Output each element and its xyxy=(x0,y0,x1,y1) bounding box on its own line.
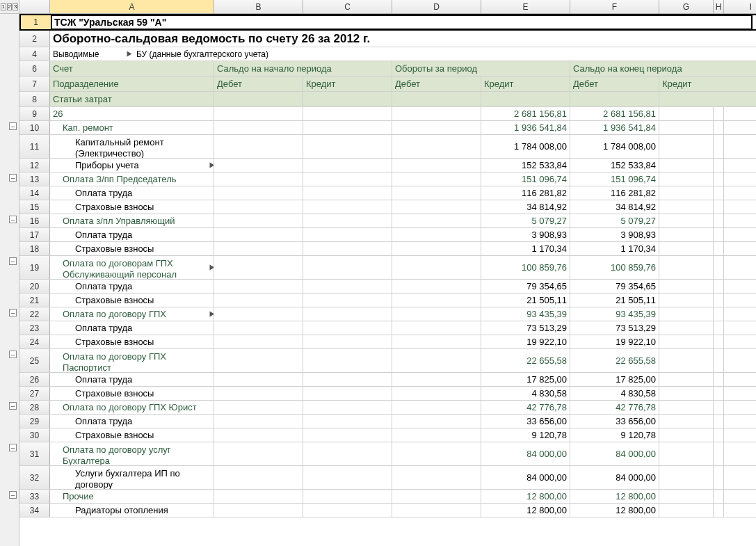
hdr-cell[interactable]: Дебет xyxy=(392,77,481,91)
cell-empty[interactable] xyxy=(392,428,481,442)
cell-empty[interactable] xyxy=(214,490,303,503)
row-header-25[interactable]: 25 xyxy=(19,349,50,372)
cell-debit[interactable]: 1 936 541,84 xyxy=(481,121,570,134)
cell-credit[interactable]: 2 681 156,81 xyxy=(570,107,659,120)
outline-level-1[interactable]: 1 xyxy=(1,3,6,10)
cell-empty[interactable] xyxy=(714,186,724,200)
hdr-cell[interactable]: Кредит xyxy=(481,77,570,91)
row-header-12[interactable]: 12 xyxy=(19,159,50,172)
cell-empty[interactable] xyxy=(659,159,714,172)
cell-empty[interactable] xyxy=(214,401,303,414)
cell-empty[interactable] xyxy=(714,415,724,428)
cell-empty[interactable] xyxy=(714,373,724,386)
cell-debit[interactable]: 22 655,58 xyxy=(481,349,570,372)
cell-credit[interactable]: 34 814,92 xyxy=(570,200,659,214)
cell-subtitle[interactable]: Оборотно-сальдовая ведомость по счету 26… xyxy=(50,31,750,47)
cell-debit[interactable]: 12 800,00 xyxy=(481,490,570,503)
cell-credit[interactable]: 152 533,84 xyxy=(570,159,659,172)
cell-empty[interactable] xyxy=(392,242,481,255)
cell-empty[interactable] xyxy=(214,466,303,489)
row-header-7[interactable]: 7 xyxy=(19,77,50,91)
cell-empty[interactable] xyxy=(303,373,392,386)
row-header-6[interactable]: 6 xyxy=(19,61,50,76)
cell-label[interactable]: Оплата по договору ГПХ xyxy=(50,307,214,321)
cell-empty[interactable] xyxy=(659,242,714,255)
cell-empty[interactable] xyxy=(214,186,303,200)
cell-empty[interactable] xyxy=(724,294,756,307)
cell-empty[interactable] xyxy=(724,214,756,227)
cell-empty[interactable] xyxy=(392,228,481,241)
cell-debit[interactable]: 21 505,11 xyxy=(481,294,570,307)
cell-credit[interactable]: 1 784 008,00 xyxy=(570,135,659,158)
row-header-28[interactable]: 28 xyxy=(19,401,50,414)
cell-empty[interactable] xyxy=(714,135,724,158)
cell-credit[interactable]: 1 170,34 xyxy=(570,242,659,255)
cell-empty[interactable] xyxy=(724,321,756,335)
cell-debit[interactable]: 5 079,27 xyxy=(481,214,570,227)
row-header-13[interactable]: 13 xyxy=(19,172,50,186)
cell-empty[interactable] xyxy=(724,307,756,321)
cell-empty[interactable] xyxy=(303,242,392,255)
cell-debit[interactable]: 100 859,76 xyxy=(481,256,570,279)
cell-debit[interactable]: 17 825,00 xyxy=(481,373,570,386)
cell-label[interactable]: Оплата по договорам ГПХ Обслуживающий пе… xyxy=(50,256,214,279)
cell-empty[interactable] xyxy=(214,428,303,442)
outline-collapse-icon[interactable]: – xyxy=(9,351,17,358)
cell-empty[interactable] xyxy=(714,159,724,172)
cell-credit[interactable]: 84 000,00 xyxy=(570,442,659,465)
row-header-10[interactable]: 10 xyxy=(19,121,50,134)
cell-empty[interactable] xyxy=(724,135,756,158)
cell-empty[interactable] xyxy=(392,186,481,200)
select-all-corner[interactable] xyxy=(19,0,50,13)
cell-empty[interactable] xyxy=(659,107,714,120)
cell-empty[interactable] xyxy=(214,107,303,120)
row-header-24[interactable]: 24 xyxy=(19,335,50,348)
cell-empty[interactable] xyxy=(392,107,481,120)
cell-debit[interactable]: 73 513,29 xyxy=(481,321,570,335)
cell-empty[interactable] xyxy=(724,186,756,200)
cell-debit[interactable]: 151 096,74 xyxy=(481,172,570,186)
hdr-cell[interactable] xyxy=(570,92,659,106)
cell-label[interactable]: Прочие xyxy=(50,490,214,503)
cell-empty[interactable] xyxy=(214,200,303,214)
cell-debit[interactable]: 3 908,93 xyxy=(481,228,570,241)
cell-empty[interactable] xyxy=(392,335,481,348)
cell-empty[interactable] xyxy=(303,466,392,489)
col-header-E[interactable]: E xyxy=(481,0,570,13)
cell-empty[interactable] xyxy=(714,107,724,120)
cell-empty[interactable] xyxy=(303,214,392,227)
cell-title[interactable]: ТСЖ "Уральская 59 "А" xyxy=(51,15,752,29)
cell-empty[interactable] xyxy=(303,428,392,442)
cell-empty[interactable] xyxy=(724,415,756,428)
cell-label[interactable]: Страховые взносы xyxy=(50,200,214,214)
cell-credit[interactable]: 151 096,74 xyxy=(570,172,659,186)
cell-credit[interactable]: 19 922,10 xyxy=(570,335,659,348)
cell-empty[interactable] xyxy=(714,294,724,307)
col-header-G[interactable]: G xyxy=(659,0,714,13)
cell-empty[interactable] xyxy=(724,242,756,255)
row-header-2[interactable]: 2 xyxy=(19,31,50,47)
cell-empty[interactable] xyxy=(214,335,303,348)
cell-credit[interactable]: 9 120,78 xyxy=(570,428,659,442)
cell-empty[interactable] xyxy=(214,135,303,158)
cell-credit[interactable]: 33 656,00 xyxy=(570,415,659,428)
row-header-33[interactable]: 33 xyxy=(19,490,50,503)
cell-label[interactable]: Оплата труда xyxy=(50,280,214,293)
outline-collapse-icon[interactable]: – xyxy=(9,257,17,265)
cell-debit[interactable]: 152 533,84 xyxy=(481,159,570,172)
hdr-cell[interactable]: Статьи затрат xyxy=(50,92,214,106)
cell-credit[interactable]: 100 859,76 xyxy=(570,256,659,279)
cell-debit[interactable]: 12 800,00 xyxy=(481,504,570,517)
row-header-27[interactable]: 27 xyxy=(19,387,50,400)
cell-credit[interactable]: 4 830,58 xyxy=(570,387,659,400)
cell-empty[interactable] xyxy=(303,307,392,321)
cell-empty[interactable] xyxy=(392,466,481,489)
cell-label[interactable]: Приборы учета xyxy=(50,159,214,172)
hdr-cell[interactable] xyxy=(481,92,570,106)
hdr-cell[interactable]: Дебет xyxy=(214,77,303,91)
cell-credit[interactable]: 93 435,39 xyxy=(570,307,659,321)
outline-collapse-icon[interactable]: – xyxy=(9,309,17,316)
hdr-cell[interactable]: Сальдо на конец периода xyxy=(570,61,756,76)
cell-label[interactable]: Оплата з/пл Управляющий xyxy=(50,214,214,227)
cell-empty[interactable] xyxy=(303,135,392,158)
